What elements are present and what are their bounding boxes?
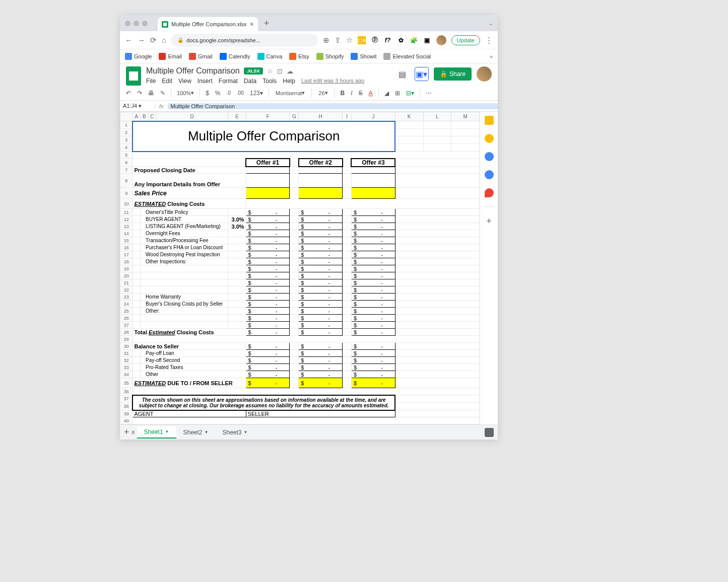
bookmark-item[interactable]: Shopify (316, 53, 344, 60)
chevron-down-icon[interactable]: ⌄ (489, 21, 493, 26)
all-sheets-button[interactable]: ≡ (131, 429, 135, 436)
money-cell[interactable] (351, 350, 395, 357)
money-cell[interactable] (246, 258, 290, 265)
balance-row-label[interactable]: Pay-off Second (141, 357, 246, 364)
pct-cell[interactable] (228, 258, 246, 265)
new-tab-button[interactable]: + (264, 18, 270, 29)
pct-cell[interactable] (228, 237, 246, 244)
disclaimer[interactable]: The costs shown on this sheet are approx… (133, 395, 395, 410)
borders-button[interactable]: ⊞ (393, 89, 402, 98)
comments-icon[interactable]: ▤ (395, 67, 410, 81)
bookmark-item[interactable]: Showit (351, 53, 376, 60)
cost-label[interactable]: Transaction/Processing Fee (141, 237, 228, 244)
money-cell[interactable] (299, 237, 343, 244)
extensions-icon[interactable]: 🧩 (410, 36, 418, 44)
money-cell[interactable] (246, 244, 290, 251)
back-icon[interactable]: ← (125, 36, 133, 44)
pct-cell[interactable] (228, 209, 246, 216)
forward-icon[interactable]: → (138, 36, 145, 44)
money-cell[interactable] (351, 315, 395, 322)
pct-cell[interactable] (228, 322, 246, 329)
money-cell[interactable] (246, 272, 290, 279)
ext-icon-1[interactable]: ⬚4 (358, 36, 366, 44)
star-icon[interactable]: ☆ (346, 36, 353, 45)
cost-label[interactable] (141, 279, 228, 286)
menu-help[interactable]: Help (283, 78, 295, 85)
cost-label[interactable] (141, 322, 228, 329)
search-icon[interactable]: ⊕ (323, 36, 329, 45)
strike-button[interactable]: S (357, 89, 365, 98)
pct-cell[interactable] (228, 230, 246, 237)
format-button[interactable]: 123▾ (248, 89, 265, 98)
maps-icon[interactable] (485, 188, 494, 197)
money-cell[interactable] (299, 315, 343, 322)
money-cell[interactable] (351, 209, 395, 216)
money-cell[interactable] (246, 251, 290, 258)
browser-tab[interactable]: Multiple Offer Comparison.xlsx × (158, 17, 258, 31)
money-cell[interactable] (246, 364, 290, 371)
money-cell[interactable] (246, 230, 290, 237)
row-label[interactable]: Proposed Closing Date (133, 167, 246, 174)
menu-edit[interactable]: Edit (162, 78, 172, 85)
redo-icon[interactable]: ↷ (135, 89, 144, 98)
money-cell[interactable] (246, 371, 290, 378)
bookmark-item[interactable]: Google (125, 53, 152, 60)
money-cell[interactable] (246, 237, 290, 244)
cost-label[interactable]: LISTING AGENT (Fee/Marketing) (141, 223, 228, 230)
home-icon[interactable]: ⌂ (162, 36, 166, 44)
zoom-select[interactable]: 100% ▾ (175, 89, 196, 97)
money-cell[interactable] (351, 237, 395, 244)
url-input[interactable]: 🔒 docs.google.com/spreadshe... (171, 34, 317, 47)
seller-cell[interactable]: SELLER (246, 410, 395, 417)
money-cell[interactable] (299, 322, 343, 329)
pct-cell[interactable] (228, 272, 246, 279)
money-cell[interactable] (246, 209, 290, 216)
total-label[interactable]: Total Estimated Closing Costs (133, 329, 246, 336)
cost-label[interactable]: Overnight Fees (141, 230, 228, 237)
money-cell[interactable] (299, 308, 343, 315)
row-label[interactable]: Any Important Details from Offer (133, 174, 246, 188)
menu-tools[interactable]: Tools (262, 78, 277, 85)
money-cell[interactable] (351, 272, 395, 279)
bookmark-item[interactable]: Email (159, 53, 182, 60)
money-cell[interactable] (299, 364, 343, 371)
money-cell[interactable] (299, 357, 343, 364)
money-cell[interactable] (351, 322, 395, 329)
money-cell[interactable] (299, 216, 343, 223)
more-button[interactable]: ⋯ (424, 89, 434, 98)
cost-label[interactable]: Other: (141, 308, 228, 315)
money-cell[interactable] (351, 301, 395, 308)
meet-icon[interactable]: ▣▾ (415, 67, 429, 81)
money-cell[interactable] (351, 279, 395, 286)
fill-button[interactable]: ◢ (382, 89, 391, 98)
update-button[interactable]: Update (451, 35, 480, 45)
pct-cell[interactable] (228, 244, 246, 251)
menu-insert[interactable]: Insert (197, 78, 213, 85)
share-button[interactable]: 🔒 Share (434, 67, 472, 81)
money-cell[interactable] (246, 223, 290, 230)
cost-label[interactable]: Wood Destroying Pest Inspection (141, 251, 228, 258)
money-cell[interactable] (299, 258, 343, 265)
pct-cell[interactable] (228, 286, 246, 294)
money-cell[interactable] (299, 265, 343, 272)
formula-bar[interactable]: Multiple Offer Comparison (168, 103, 498, 109)
cost-label[interactable]: Purchaser's FHA or Loan Discount (141, 244, 228, 251)
money-cell[interactable] (351, 251, 395, 258)
pct-cell[interactable] (228, 315, 246, 322)
due-label[interactable]: ESTIMATED DUE TO / FROM SELLER (133, 378, 246, 388)
sheet-tab[interactable]: Sheet3 ▼ (215, 426, 254, 439)
money-cell[interactable] (351, 230, 395, 237)
italic-button[interactable]: I (349, 89, 354, 98)
cost-label[interactable]: Home Warranty (141, 294, 228, 301)
doc-title[interactable]: Multiple Offer Comparison (146, 66, 240, 76)
pct-cell[interactable]: 3.0% (228, 216, 246, 223)
money-cell[interactable] (299, 209, 343, 216)
money-cell[interactable] (299, 230, 343, 237)
bold-button[interactable]: B (339, 89, 347, 98)
money-cell[interactable] (299, 371, 343, 378)
pct-cell[interactable] (228, 265, 246, 272)
bookmark-item[interactable]: Calendly (220, 53, 250, 60)
money-cell[interactable] (246, 301, 290, 308)
offer3-header[interactable]: Offer #3 (351, 159, 395, 167)
money-cell[interactable] (299, 244, 343, 251)
